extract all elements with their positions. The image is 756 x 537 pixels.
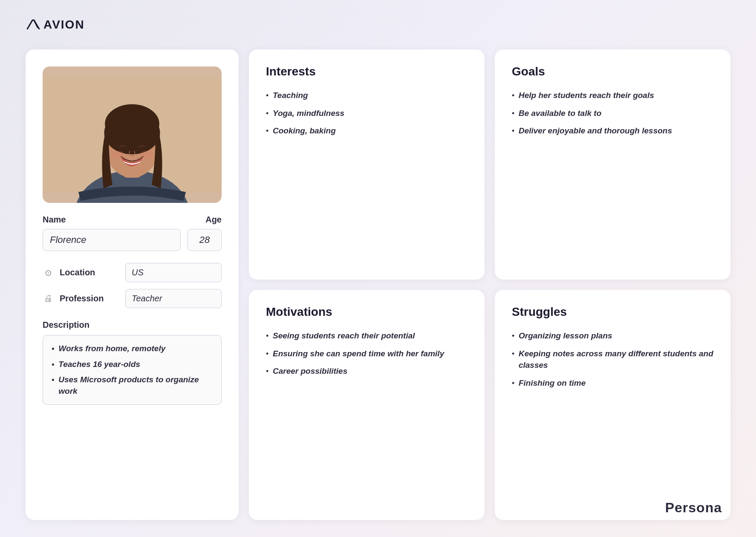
location-label: Location: [60, 268, 119, 277]
motivations-list: Seeing students reach their potential En…: [266, 330, 467, 377]
struggle-item-2: Keeping notes across many different stud…: [512, 348, 713, 371]
description-label: Description: [43, 320, 222, 330]
svg-point-6: [105, 104, 159, 144]
description-item-1: Works from home, remotely: [52, 343, 213, 355]
description-list: Works from home, remotely Teaches 16 yea…: [52, 343, 213, 397]
description-item-3: Uses Microsoft products to organize work: [52, 374, 213, 397]
logo: AVION: [26, 17, 730, 32]
profession-value[interactable]: Teacher: [125, 289, 222, 308]
name-age-inputs: Florence 28: [43, 229, 222, 251]
persona-label: Persona: [665, 500, 722, 516]
description-section: Description Works from home, remotely Te…: [43, 320, 222, 405]
location-row: ⊙ Location US: [43, 263, 222, 282]
svg-point-7: [111, 151, 124, 158]
struggle-item-1: Organizing lesson plans: [512, 330, 713, 342]
main-layout: Name Age Florence 28 ⊙ Location US 🖨 Pro…: [26, 49, 730, 520]
motivations-card: Motivations Seeing students reach their …: [249, 290, 485, 520]
motivation-item-2: Ensuring she can spend time with her fam…: [266, 348, 467, 360]
person-photo: [43, 66, 222, 203]
interest-item-3: Cooking, baking: [266, 125, 467, 137]
profession-row: 🖨 Profession Teacher: [43, 289, 222, 308]
struggles-card: Struggles Organizing lesson plans Keepin…: [495, 290, 730, 520]
profession-icon: 🖨: [43, 294, 54, 303]
name-label: Name: [43, 215, 66, 225]
motivations-title: Motivations: [266, 305, 467, 319]
logo-text: AVION: [43, 18, 85, 32]
goal-item-1: Help her students reach their goals: [512, 90, 713, 101]
goals-title: Goals: [512, 65, 713, 78]
location-icon: ⊙: [43, 268, 54, 278]
goals-list: Help her students reach their goals Be a…: [512, 90, 713, 137]
logo-icon: [26, 17, 41, 32]
location-value[interactable]: US: [125, 263, 222, 282]
profile-card: Name Age Florence 28 ⊙ Location US 🖨 Pro…: [26, 49, 239, 520]
description-box: Works from home, remotely Teaches 16 yea…: [43, 335, 222, 405]
age-label: Age: [205, 215, 222, 225]
photo-container: [43, 66, 222, 203]
interest-item-1: Teaching: [266, 90, 467, 101]
name-age-labels: Name Age: [43, 215, 222, 225]
motivation-item-3: Career possibilities: [266, 365, 467, 377]
goal-item-3: Deliver enjoyable and thorough lessons: [512, 125, 713, 137]
struggle-item-3: Finishing on time: [512, 377, 713, 389]
goals-card: Goals Help her students reach their goal…: [495, 49, 730, 280]
interest-item-2: Yoga, mindfulness: [266, 107, 467, 119]
interests-title: Interests: [266, 65, 467, 78]
age-value[interactable]: 28: [188, 229, 222, 251]
goal-item-2: Be available to talk to: [512, 107, 713, 119]
interests-list: Teaching Yoga, mindfulness Cooking, baki…: [266, 90, 467, 137]
interests-card: Interests Teaching Yoga, mindfulness Coo…: [249, 49, 485, 280]
description-item-2: Teaches 16 year-olds: [52, 359, 213, 370]
meta-fields: ⊙ Location US 🖨 Profession Teacher: [43, 263, 222, 308]
struggles-title: Struggles: [512, 305, 713, 319]
struggles-list: Organizing lesson plans Keeping notes ac…: [512, 330, 713, 389]
name-age-section: Name Age Florence 28: [43, 215, 222, 251]
motivation-item-1: Seeing students reach their potential: [266, 330, 467, 342]
svg-point-8: [140, 151, 153, 158]
profession-label: Profession: [60, 294, 119, 303]
name-value[interactable]: Florence: [43, 229, 181, 251]
